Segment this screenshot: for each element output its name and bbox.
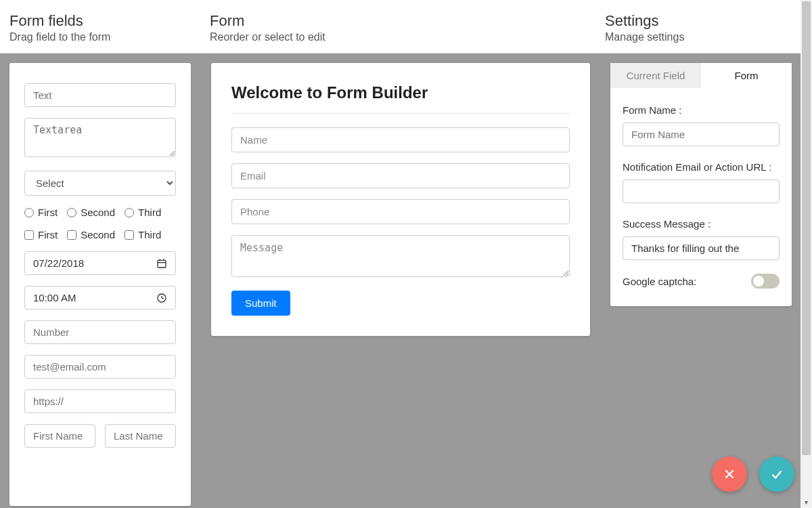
submit-button[interactable]: Submit bbox=[231, 291, 290, 316]
palette-number-field[interactable] bbox=[24, 320, 176, 344]
tab-form[interactable]: Form bbox=[701, 63, 792, 88]
form-name-input-setting[interactable] bbox=[623, 123, 780, 146]
palette-radio-group[interactable]: First Second Third bbox=[24, 207, 176, 218]
radio-label: Third bbox=[138, 207, 161, 218]
palette-name-row bbox=[24, 424, 176, 448]
checkbox-input[interactable] bbox=[24, 230, 34, 240]
checkbox-label: Second bbox=[81, 229, 115, 240]
divider bbox=[231, 113, 570, 114]
scroll-down-icon[interactable]: ▾ bbox=[800, 496, 812, 508]
radio-input[interactable] bbox=[24, 208, 34, 217]
radio-option[interactable]: Third bbox=[125, 207, 161, 218]
header-settings-title: Settings bbox=[605, 12, 812, 30]
success-label: Success Message : bbox=[623, 217, 780, 231]
palette-last-name[interactable] bbox=[105, 424, 176, 448]
form-canvas: Welcome to Form Builder Submit bbox=[211, 63, 590, 336]
checkbox-label: Third bbox=[138, 229, 161, 240]
header-fields-sub: Drag field to the form bbox=[9, 31, 202, 43]
palette-date-field[interactable]: 07/22/2018 bbox=[24, 251, 176, 275]
palette-first-name[interactable] bbox=[24, 424, 95, 448]
svg-rect-0 bbox=[158, 260, 166, 268]
header-form-title: Form bbox=[210, 12, 601, 30]
header-fields: Form fields Drag field to the form bbox=[0, 12, 202, 43]
tab-current-field[interactable]: Current Field bbox=[610, 63, 701, 88]
radio-input[interactable] bbox=[125, 208, 134, 217]
radio-label: Second bbox=[81, 207, 115, 218]
field-palette: Select First Second Third First Second T… bbox=[9, 63, 191, 506]
form-phone-input[interactable] bbox=[231, 199, 570, 224]
header-fields-title: Form fields bbox=[9, 12, 202, 30]
checkbox-option[interactable]: First bbox=[24, 229, 58, 240]
notification-label: Notification Email or Action URL : bbox=[623, 160, 780, 174]
confirm-fab[interactable] bbox=[759, 457, 794, 492]
palette-select-field[interactable]: Select bbox=[24, 171, 176, 196]
checkbox-input[interactable] bbox=[67, 230, 76, 240]
scrollbar-thumb[interactable] bbox=[802, 1, 811, 455]
checkbox-input[interactable] bbox=[125, 230, 134, 240]
settings-tabs: Current Field Form bbox=[610, 63, 792, 88]
radio-option[interactable]: Second bbox=[67, 207, 115, 218]
checkbox-option[interactable]: Third bbox=[125, 229, 161, 240]
scrollbar[interactable]: ▾ bbox=[800, 0, 812, 508]
header-settings: Settings Manage settings bbox=[601, 12, 812, 43]
captcha-label: Google captcha: bbox=[623, 276, 696, 287]
cancel-fab[interactable] bbox=[712, 457, 747, 492]
radio-label: First bbox=[38, 207, 58, 218]
form-message-input[interactable] bbox=[231, 235, 570, 277]
form-title: Welcome to Form Builder bbox=[231, 83, 570, 102]
checkbox-label: First bbox=[38, 229, 58, 240]
palette-time-field[interactable]: 10:00 AM bbox=[24, 286, 176, 310]
captcha-toggle[interactable] bbox=[751, 274, 780, 289]
palette-textarea-field[interactable] bbox=[24, 118, 176, 157]
clock-icon bbox=[156, 293, 167, 303]
checkbox-option[interactable]: Second bbox=[67, 229, 115, 240]
header-form: Form Reorder or select to edit bbox=[202, 12, 601, 43]
header-settings-sub: Manage settings bbox=[605, 31, 812, 43]
time-value: 10:00 AM bbox=[33, 292, 76, 303]
check-icon bbox=[769, 467, 784, 482]
fab-group bbox=[712, 457, 794, 492]
radio-input[interactable] bbox=[67, 208, 76, 217]
palette-text-field[interactable] bbox=[24, 83, 176, 107]
captcha-row: Google captcha: bbox=[623, 274, 780, 289]
notification-input[interactable] bbox=[623, 179, 780, 203]
settings-body: Form Name : Notification Email or Action… bbox=[610, 88, 792, 306]
svg-line-6 bbox=[162, 298, 164, 299]
form-email-input[interactable] bbox=[231, 163, 570, 188]
form-name-input[interactable] bbox=[231, 127, 570, 152]
settings-panel: Current Field Form Form Name : Notificat… bbox=[610, 63, 792, 306]
palette-url-field[interactable] bbox=[24, 389, 176, 413]
form-name-label: Form Name : bbox=[623, 103, 780, 117]
radio-option[interactable]: First bbox=[24, 207, 58, 218]
header-form-sub: Reorder or select to edit bbox=[210, 31, 601, 43]
main-area: Select First Second Third First Second T… bbox=[0, 54, 812, 506]
close-icon bbox=[722, 467, 737, 482]
palette-checkbox-group[interactable]: First Second Third bbox=[24, 229, 176, 240]
date-value: 07/22/2018 bbox=[33, 257, 84, 269]
calendar-icon bbox=[156, 258, 167, 269]
success-input[interactable]: Thanks for filling out the bbox=[623, 236, 780, 260]
header-bar: Form fields Drag field to the form Form … bbox=[0, 0, 812, 54]
palette-email-field[interactable] bbox=[24, 355, 176, 379]
